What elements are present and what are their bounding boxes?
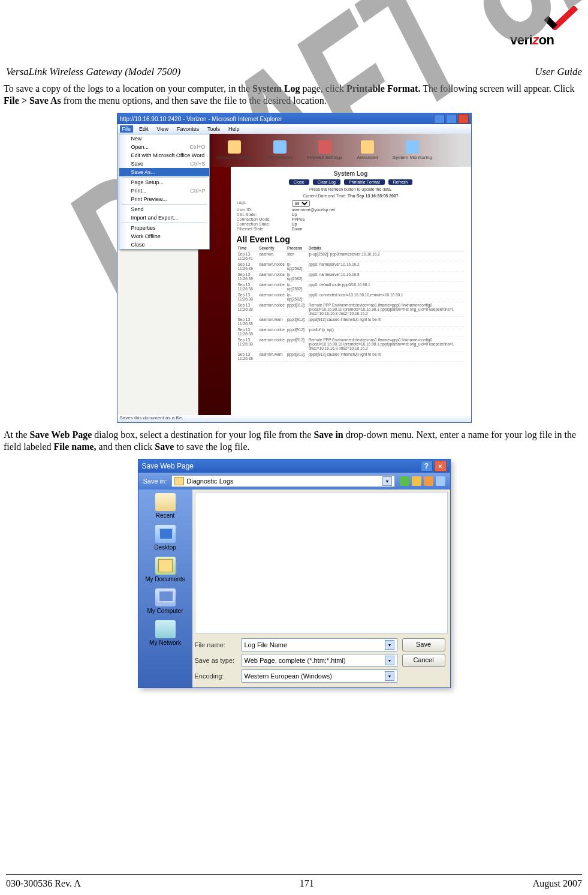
close-icon[interactable] (458, 114, 469, 124)
file-menu-save-as[interactable]: Save As... (119, 168, 209, 176)
menu-edit[interactable]: Edit (137, 125, 151, 133)
file-menu-print-preview[interactable]: Print Preview... (119, 195, 209, 203)
table-row: Sep 13 11:26:38daemon.noticepppd[912]:ip… (237, 327, 465, 337)
footer-left: 030-300536 Rev. A (6, 878, 81, 889)
table-row: Sep 13 11:26:38daemon.noticeip-up[2582]:… (237, 292, 465, 302)
paragraph-1: To save a copy of the logs to a location… (4, 83, 584, 107)
back-icon[interactable] (400, 476, 409, 486)
new-folder-icon[interactable] (424, 476, 433, 486)
logo-text-pre: veri (510, 32, 532, 47)
save-in-row: Save in: Diagnostic Logs ▾ (138, 473, 450, 489)
status-row: Ethernet State:Down (237, 227, 465, 231)
dialog-title-text: Save Web Page (142, 462, 194, 470)
close-icon[interactable]: × (435, 461, 447, 471)
running-header: VersaLink Wireless Gateway (Model 7500) … (6, 66, 582, 78)
status-row: User ID:username@yourisp.net (237, 208, 465, 212)
table-row: Sep 13 11:26:39daemon.noticeip-up[2582]:… (237, 272, 465, 282)
file-menu-open[interactable]: Open...Ctrl+O (119, 143, 209, 151)
chevron-down-icon[interactable]: ▾ (382, 476, 392, 486)
datetime-row: Current Date and Time: Thu Sep 13 16:35:… (237, 194, 465, 198)
tab-mynetwork[interactable]: My Network (267, 140, 293, 160)
chevron-down-icon[interactable]: ▾ (385, 656, 394, 665)
table-row: Sep 13 11:26:38daemon.noticeip-up[2582]:… (237, 282, 465, 292)
place-mydocuments[interactable]: My Documents (144, 557, 187, 582)
tab-system[interactable]: System Monitoring (393, 140, 432, 160)
file-menu-import[interactable]: Import and Export... (119, 214, 209, 222)
menu-file[interactable]: File (120, 125, 134, 133)
place-recent[interactable]: Recent (144, 493, 187, 519)
folder-icon (174, 477, 184, 485)
table-row: Sep 13 11:26:38daemon.noticepppd[912]:Re… (237, 302, 465, 317)
logo-text-post: on (539, 32, 554, 47)
save-in-value: Diagnostic Logs (186, 477, 233, 485)
save-dialog: Save Web Page ? × Save in: Diagnostic Lo… (138, 459, 451, 688)
place-desktop[interactable]: Desktop (144, 525, 187, 551)
file-menu-send[interactable]: Send (119, 205, 209, 214)
btn-refresh[interactable]: Refresh (388, 179, 413, 185)
file-menu-page-setup[interactable]: Page Setup... (119, 178, 209, 187)
file-name-label: File name: (195, 641, 237, 648)
logs-select[interactable]: All (292, 200, 310, 207)
maximize-icon[interactable] (446, 114, 457, 124)
footer-right: August 2007 (533, 878, 582, 889)
status-row: LogsAll (237, 200, 465, 207)
btn-printable[interactable]: Printable Format (344, 179, 385, 185)
file-menu-dropdown: New Open...Ctrl+O Edit with Microsoft Of… (119, 134, 210, 250)
menu-help[interactable]: Help (226, 125, 242, 133)
tab-advanced[interactable]: Advanced (357, 140, 378, 160)
file-listing-area[interactable] (195, 492, 448, 633)
file-menu-work-offline[interactable]: Work Offline (119, 232, 209, 241)
file-menu-new[interactable]: New (119, 134, 209, 143)
cancel-button[interactable]: Cancel (402, 654, 445, 667)
save-button[interactable]: Save (402, 638, 445, 651)
refresh-hint: Press the Refresh button to update the d… (237, 187, 465, 191)
place-mynetwork[interactable]: My Network (144, 620, 187, 646)
save-as-type-label: Save as type: (195, 657, 237, 664)
router-page: Wireless Settings My Network Firewall Se… (198, 134, 471, 415)
views-icon[interactable] (436, 476, 445, 486)
chevron-down-icon[interactable]: ▾ (385, 671, 394, 681)
page-footer: 030-300536 Rev. A 171 August 2007 (6, 878, 582, 889)
tab-firewall[interactable]: Firewall Settings (307, 140, 343, 160)
status-row: DSL State:Up (237, 212, 465, 217)
ie-titlebar: http://10.16.90.10:2420 - Verizon - Micr… (117, 113, 471, 124)
save-as-type-combo[interactable]: Web Page, complete (*.htm;*.html) ▾ (242, 654, 397, 667)
ie-title-text: http://10.16.90.10:2420 - Verizon - Micr… (120, 116, 282, 122)
ie-screenshot: http://10.16.90.10:2420 - Verizon - Micr… (117, 113, 472, 423)
encoding-label: Encoding: (195, 672, 237, 680)
up-one-level-icon[interactable] (412, 476, 421, 486)
file-menu-close[interactable]: Close (119, 241, 209, 249)
file-menu-print[interactable]: Print...Ctrl+P (119, 187, 209, 195)
ie-menubar: File Edit View Favorites Tools Help (117, 124, 471, 134)
menu-favorites[interactable]: Favorites (174, 125, 201, 133)
chevron-down-icon[interactable]: ▾ (385, 640, 394, 650)
btn-clearlog[interactable]: Clear Log (313, 179, 340, 185)
table-row: Sep 13 11:26:39daemon.noticeip-up[2582]:… (237, 262, 465, 272)
doc-type: User Guide (535, 66, 582, 78)
syslog-title: System Log (237, 170, 465, 177)
minimize-icon[interactable] (434, 114, 445, 124)
encoding-combo[interactable]: Western European (Windows) ▾ (242, 669, 397, 683)
menu-tools[interactable]: Tools (205, 125, 222, 133)
save-in-combo[interactable]: Diagnostic Logs ▾ (171, 475, 394, 487)
file-name-input[interactable]: Log File Name ▾ (242, 638, 397, 651)
btn-close[interactable]: Close (289, 179, 309, 185)
event-log-table: Time Severity Process Details Sep 13 11:… (237, 245, 465, 362)
menu-view[interactable]: View (155, 125, 171, 133)
help-icon[interactable]: ? (421, 461, 433, 471)
router-tabs: Wireless Settings My Network Firewall Se… (198, 134, 471, 167)
file-menu-properties[interactable]: Properties (119, 224, 209, 232)
tab-wireless[interactable]: Wireless Settings (216, 140, 254, 160)
status-row: Connection State:Up (237, 222, 465, 226)
file-menu-save[interactable]: SaveCtrl+S (119, 160, 209, 168)
table-row: Sep 13 11:26:38daemon.warnpppd[912]:pppd… (237, 317, 465, 327)
footer-center: 171 (300, 878, 314, 889)
product-name: VersaLink Wireless Gateway (Model 7500) (6, 66, 180, 78)
footer-rule (6, 874, 582, 875)
logo-text-z: z (532, 32, 539, 47)
ie-statusbar: Saves this document as a file. (117, 415, 471, 422)
file-menu-edit-with[interactable]: Edit with Microsoft Office Word (119, 151, 209, 160)
places-bar: Recent Desktop My Documents My Computer … (138, 489, 192, 687)
save-in-label: Save in: (143, 477, 167, 485)
place-mycomputer[interactable]: My Computer (144, 588, 187, 614)
